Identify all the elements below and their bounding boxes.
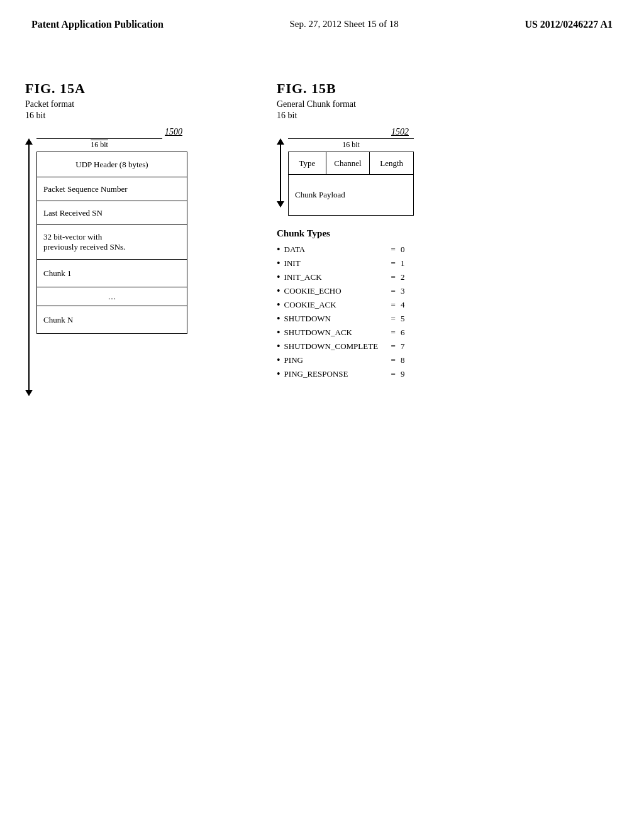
equals-sign: = [391,341,396,351]
header-center-text: Sep. 27, 2012 Sheet 15 of 18 [289,19,398,30]
bullet-icon: • [277,327,280,338]
bullet-icon: • [277,272,280,283]
chunk-type-row: •SHUTDOWN=5 [277,313,619,324]
equals-sign: = [391,272,396,282]
fig-15b-title: FIG. 15B [277,80,619,97]
chunk-type-row: •COOKIE_ECHO=3 [277,285,619,297]
chunk-type-value: 7 [401,341,405,351]
fig-15a-subtitle: Packet format [25,99,239,109]
packet-diagram: 1500 16 bit UDP Header ( [25,127,239,402]
bullet-icon: • [277,313,280,324]
chunk-type-name: SHUTDOWN_COMPLETE [284,341,385,351]
fig-15b-section: FIG. 15B General Chunk format 16 bit 150… [277,80,619,402]
chunk-type-value: 1 [401,258,405,268]
chunk-type-row: •INIT_ACK=2 [277,272,619,283]
chunk-table: Type Channel Length Chunk Payload [288,152,414,216]
chunk-type-value: 9 [401,369,405,379]
packet-table-wrapper: 16 bit UDP Header (8 bytes) Packet Seque… [36,138,187,334]
table-row: Last Received SN [37,201,187,225]
chunk-arrow-table: 16 bit Type Channel Length Chunk Payload [277,138,619,216]
chunk-types-title: Chunk Types [277,228,619,239]
psn-cell: Packet Sequence Number [37,177,187,201]
fig-15b-subtitle: General Chunk format [277,99,619,109]
fig-15a-section: FIG. 15A Packet format 16 bit 1500 16 [25,80,239,402]
chunk-type-name: SHUTDOWN_ACK [284,328,385,338]
chunk-type-row: •INIT=1 [277,258,619,269]
channel-header-cell: Channel [326,152,370,175]
header-left-text: Patent Application Publication [31,19,164,30]
bullet-icon: • [277,368,280,380]
chunk-types-section: Chunk Types •DATA=0•INIT=1•INIT_ACK=2•CO… [277,228,619,380]
chunk-type-name: PING [284,355,385,365]
table-row: Type Channel Length [289,152,414,175]
equals-sign: = [391,245,396,255]
equals-sign: = [391,300,396,310]
packet-table: UDP Header (8 bytes) Packet Sequence Num… [36,152,187,334]
fig-15a-title: FIG. 15A [25,80,239,97]
fig-15b-ref: 1502 [391,127,409,137]
table-row: … [37,287,187,306]
fig-15a-bit: 16 bit [25,111,239,121]
chunk-type-value: 3 [401,286,405,296]
chunk-arrow-head-up [277,138,284,145]
chunk-type-row: •PING_RESPONSE=9 [277,368,619,380]
arrow-line-v [28,145,30,390]
chunk-type-row: •PING=8 [277,355,619,366]
equals-sign: = [391,314,396,324]
type-header-cell: Type [289,152,326,175]
arrow-and-table: 16 bit UDP Header (8 bytes) Packet Seque… [25,138,239,402]
chunk-type-row: •SHUTDOWN_ACK=6 [277,327,619,338]
left-arrow [25,138,33,402]
chunk-left-arrow [277,138,284,208]
dots-cell: … [37,287,187,306]
bit-label-15a: 16 bit [36,138,162,150]
header-right-text: US 2012/0246227 A1 [525,19,613,30]
table-row: Packet Sequence Number [37,177,187,201]
chunk-type-row: •SHUTDOWN_COMPLETE=7 [277,341,619,352]
chunk-diagram: 1502 16 bit Type C [277,127,619,380]
main-content: FIG. 15A Packet format 16 bit 1500 16 [0,43,644,428]
chunk-type-row: •COOKIE_ACK=4 [277,299,619,311]
chunk-type-name: COOKIE_ECHO [284,286,385,296]
chunk-arrow-line [280,145,281,201]
table-row: Chunk Payload [289,175,414,216]
lrsn-cell: Last Received SN [37,201,187,225]
chunk-type-name: DATA [284,245,385,255]
length-header-cell: Length [370,152,414,175]
arrow-head-down [25,390,33,396]
chunk-type-value: 8 [401,355,405,365]
equals-sign: = [391,328,396,338]
equals-sign: = [391,369,396,379]
page-header: Patent Application Publication Sep. 27, … [0,0,644,30]
equals-sign: = [391,286,396,296]
chunk-type-row: •DATA=0 [277,244,619,255]
chunk-table-wrapper: 16 bit Type Channel Length Chunk Payload [288,138,414,216]
bullet-icon: • [277,341,280,352]
table-row: 32 bit-vector withpreviously received SN… [37,225,187,260]
chunk-types-list: •DATA=0•INIT=1•INIT_ACK=2•COOKIE_ECHO=3•… [277,244,619,380]
payload-cell: Chunk Payload [289,175,414,216]
chunk-type-name: COOKIE_ACK [284,300,385,310]
fig-15a-ref: 1500 [165,127,182,137]
chunk-type-name: INIT [284,258,385,268]
chunk1-cell: Chunk 1 [37,260,187,287]
equals-sign: = [391,355,396,365]
bullet-icon: • [277,285,280,297]
bullet-icon: • [277,244,280,255]
arrow-head-up [25,138,33,145]
bit-label-15b: 16 bit [288,138,414,150]
bullet-icon: • [277,299,280,311]
chunk-type-name: INIT_ACK [284,272,385,282]
bitvec-cell: 32 bit-vector withpreviously received SN… [37,225,187,260]
chunk-type-name: SHUTDOWN [284,314,385,324]
chunk-type-name: PING_RESPONSE [284,369,385,379]
equals-sign: = [391,258,396,268]
chunk-type-value: 2 [401,272,405,282]
bullet-icon: • [277,258,280,269]
chunkn-cell: Chunk N [37,306,187,334]
chunk-type-value: 6 [401,328,405,338]
udp-header-cell: UDP Header (8 bytes) [37,152,187,177]
table-row: Chunk N [37,306,187,334]
bullet-icon: • [277,355,280,366]
chunk-type-value: 4 [401,300,405,310]
